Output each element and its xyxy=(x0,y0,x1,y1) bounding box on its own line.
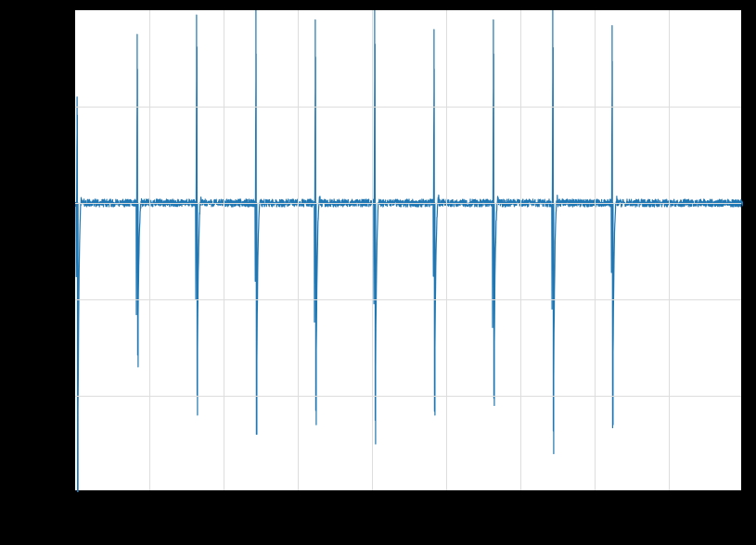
x-tick-mark xyxy=(668,491,669,497)
y-tick-label: 1 xyxy=(58,2,65,17)
grid-line-horizontal xyxy=(75,107,741,108)
x-tick-exponent: ×10⁴ xyxy=(737,515,756,529)
grid-line-vertical xyxy=(149,10,150,490)
y-tick-label: -0.5 xyxy=(43,291,65,306)
x-tick-mark xyxy=(223,491,224,497)
x-tick-label: 3 xyxy=(293,499,301,513)
x-tick-mark xyxy=(371,491,372,497)
x-tick-mark xyxy=(742,491,743,497)
x-tick-label: 7 xyxy=(590,499,597,513)
grid-line-vertical xyxy=(446,10,447,490)
y-tick-label: -1 xyxy=(54,387,65,402)
x-tick-label: 5 xyxy=(442,499,449,513)
y-tick-label: 0.5 xyxy=(47,98,65,113)
x-tick-label: 1 xyxy=(145,499,152,513)
x-tick-mark xyxy=(594,491,595,497)
y-tick-mark xyxy=(69,9,74,10)
x-tick-mark xyxy=(445,491,446,497)
y-tick-mark xyxy=(69,298,74,299)
grid-line-horizontal xyxy=(75,396,741,397)
y-tick-mark xyxy=(69,395,74,396)
y-tick-label: 0 xyxy=(58,195,65,209)
x-tick-label: 9 xyxy=(738,499,746,513)
y-tick-label: -1.5 xyxy=(43,484,65,499)
grid-line-vertical xyxy=(520,10,521,490)
x-tick-mark xyxy=(297,491,298,497)
plot-area xyxy=(74,9,742,491)
grid-line-vertical xyxy=(372,10,373,490)
x-tick-label: 6 xyxy=(516,499,523,513)
x-axis-label: Time (samples) xyxy=(357,521,459,538)
grid-line-vertical xyxy=(595,10,596,490)
x-tick-label: 4 xyxy=(367,499,375,513)
x-tick-mark xyxy=(148,491,149,497)
grid-line-vertical xyxy=(298,10,299,490)
figure: Time (samples) Amplitude ×10⁴ 0123456789… xyxy=(0,0,756,545)
grid-line-vertical xyxy=(224,10,224,490)
y-tick-mark xyxy=(69,202,74,203)
grid-line-vertical xyxy=(669,10,670,490)
y-tick-mark xyxy=(69,491,74,492)
grid-line-horizontal xyxy=(75,299,741,300)
x-tick-label: 8 xyxy=(664,499,672,513)
x-tick-label: 0 xyxy=(70,499,78,513)
y-tick-mark xyxy=(69,106,74,107)
x-tick-mark xyxy=(74,491,75,497)
data-line xyxy=(75,10,743,492)
signal-line xyxy=(75,10,743,496)
x-tick-label: 2 xyxy=(219,499,226,513)
grid-line-horizontal xyxy=(75,203,741,204)
y-axis-label: Amplitude xyxy=(15,201,32,267)
x-tick-mark xyxy=(519,491,520,497)
